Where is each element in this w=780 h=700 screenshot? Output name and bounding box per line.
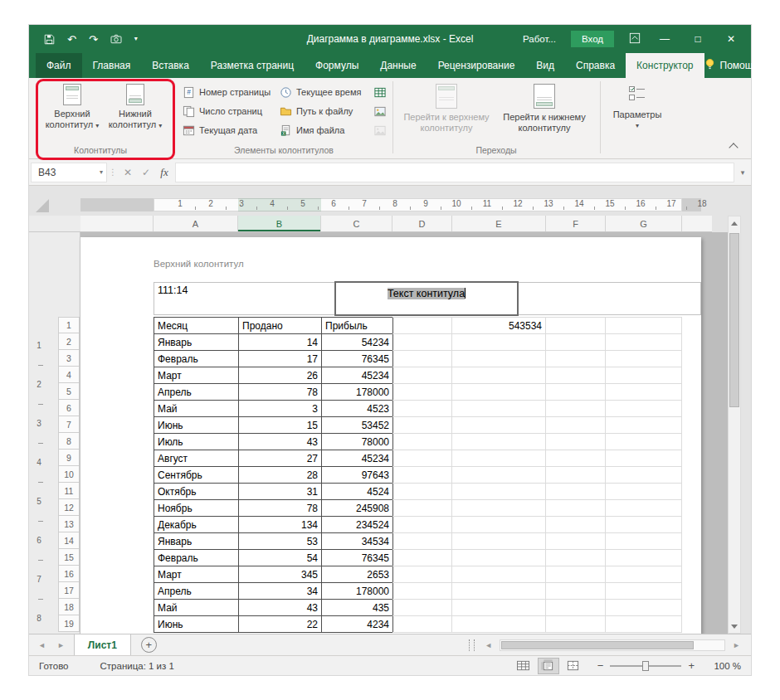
cell[interactable]: Январь: [154, 533, 239, 550]
cell[interactable]: 14: [239, 334, 322, 351]
ribbon-display-options-icon[interactable]: [629, 32, 641, 46]
cell[interactable]: [546, 533, 606, 550]
tab-Файл[interactable]: Файл: [36, 53, 82, 78]
cell[interactable]: [546, 517, 606, 533]
cell[interactable]: [452, 384, 546, 401]
cell[interactable]: [546, 417, 606, 434]
horizontal-scrollbar-thumb[interactable]: [501, 641, 694, 649]
cell[interactable]: 3: [239, 401, 322, 417]
ribbon-button-sheet-name[interactable]: [369, 83, 391, 101]
redo-icon[interactable]: ↷: [89, 34, 98, 45]
cell[interactable]: [392, 434, 452, 450]
tab-Вставка[interactable]: Вставка: [141, 53, 200, 78]
tab-Рецензирование[interactable]: Рецензирование: [427, 53, 526, 78]
cell[interactable]: [452, 467, 546, 484]
minimize-button[interactable]: —: [656, 34, 674, 44]
cell[interactable]: Май: [154, 401, 239, 417]
cell[interactable]: [606, 583, 682, 600]
cell[interactable]: [606, 616, 682, 633]
row-header-7[interactable]: 7: [58, 416, 80, 433]
cell[interactable]: Март: [154, 566, 239, 583]
cell[interactable]: [546, 566, 606, 583]
cell[interactable]: [392, 334, 452, 351]
cell[interactable]: 34: [239, 583, 322, 600]
sheet-nav-left-button[interactable]: ◄: [32, 641, 51, 649]
cell[interactable]: 78: [239, 500, 322, 517]
cell[interactable]: 4523: [322, 401, 393, 417]
zoom-out-button[interactable]: −: [597, 659, 604, 672]
cell[interactable]: 4524: [322, 484, 393, 500]
cell[interactable]: [606, 566, 682, 583]
options-button[interactable]: Параметры ▾: [606, 80, 669, 146]
cell[interactable]: [606, 533, 682, 550]
cell[interactable]: 54234: [322, 334, 393, 351]
horizontal-scrollbar[interactable]: [500, 639, 725, 651]
cell[interactable]: [392, 318, 452, 334]
tab-splitter-handle[interactable]: [469, 639, 475, 651]
hscroll-left-button[interactable]: ◄: [479, 641, 498, 649]
cell[interactable]: [452, 583, 546, 600]
row-header-8[interactable]: 8: [58, 433, 80, 450]
cell[interactable]: [452, 351, 546, 367]
vertical-scrollbar[interactable]: [728, 216, 741, 634]
cell[interactable]: Май: [154, 600, 239, 616]
cell[interactable]: 53452: [322, 417, 393, 434]
cell-E1[interactable]: 543534: [452, 318, 546, 334]
cell[interactable]: [392, 566, 452, 583]
save-icon[interactable]: [44, 34, 55, 45]
cell[interactable]: Июнь: [154, 616, 239, 633]
page-break-view-button[interactable]: [563, 658, 584, 674]
cell[interactable]: [392, 351, 452, 367]
header-left-text[interactable]: 111:14: [158, 284, 188, 296]
cell[interactable]: [606, 600, 682, 616]
cell[interactable]: [546, 384, 606, 401]
cell[interactable]: 43: [239, 600, 322, 616]
cell[interactable]: [392, 517, 452, 533]
cell[interactable]: [392, 600, 452, 616]
cell[interactable]: [392, 401, 452, 417]
cell[interactable]: [606, 450, 682, 467]
tab-Вид[interactable]: Вид: [525, 53, 565, 78]
cell[interactable]: 2653: [322, 566, 393, 583]
table-header-cell[interactable]: Продано: [239, 318, 322, 334]
cell[interactable]: 234524: [322, 517, 393, 533]
footer-button[interactable]: Нижний колонтитул ▾: [104, 80, 167, 146]
assistant-button[interactable]: Помощн: [704, 58, 759, 73]
cancel-entry-button[interactable]: ✕: [119, 167, 137, 178]
zoom-percentage[interactable]: 100 %: [703, 661, 741, 671]
cell[interactable]: [546, 434, 606, 450]
cell[interactable]: [546, 616, 606, 633]
account-name[interactable]: Работ...: [523, 34, 556, 44]
ribbon-button-file-path[interactable]: Путь к файлу: [276, 102, 356, 120]
cell[interactable]: Декабрь: [154, 517, 239, 533]
ribbon-button-page-number[interactable]: #Номер страницы: [179, 83, 274, 101]
tab-Разметка страниц[interactable]: Разметка страниц: [200, 53, 305, 78]
page-layout-view-button[interactable]: [538, 658, 559, 674]
ribbon-button-picture[interactable]: [369, 102, 391, 120]
formula-input[interactable]: [175, 163, 734, 182]
column-header-G[interactable]: G: [606, 216, 682, 231]
cell[interactable]: 97643: [322, 467, 393, 484]
tab-Главная[interactable]: Главная: [82, 53, 142, 78]
cell[interactable]: [606, 367, 682, 384]
cell[interactable]: 78: [239, 384, 322, 401]
cell[interactable]: [452, 550, 546, 566]
cell[interactable]: [452, 367, 546, 384]
normal-view-button[interactable]: [513, 658, 534, 674]
row-header-19[interactable]: 19: [58, 615, 80, 632]
goto-footer-button[interactable]: Перейти к нижнему колонтитулу: [495, 80, 593, 146]
cell[interactable]: 76345: [322, 550, 393, 566]
cell[interactable]: [452, 450, 546, 467]
cell[interactable]: [606, 318, 682, 334]
cell[interactable]: [606, 467, 682, 484]
cell[interactable]: [452, 566, 546, 583]
cell[interactable]: [546, 334, 606, 351]
cell[interactable]: [606, 500, 682, 517]
row-header-11[interactable]: 11: [58, 483, 80, 499]
cell[interactable]: Июнь: [154, 417, 239, 434]
cell[interactable]: 54: [239, 550, 322, 566]
column-header-E[interactable]: E: [452, 216, 546, 231]
cell[interactable]: Апрель: [154, 583, 239, 600]
expand-formula-bar-caret-icon[interactable]: ▾: [734, 168, 751, 177]
cell[interactable]: Октябрь: [154, 484, 239, 500]
